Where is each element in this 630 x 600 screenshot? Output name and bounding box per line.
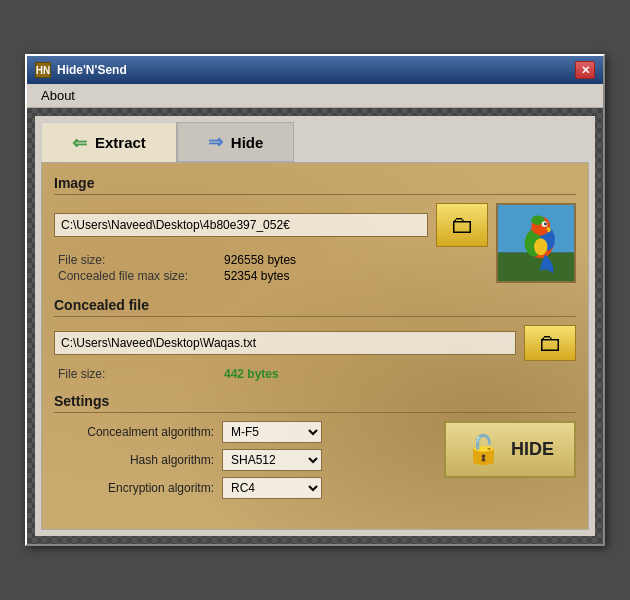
- main-panel: Image 🗀 File size:: [41, 162, 589, 530]
- concealed-max-value: 52354 bytes: [224, 269, 289, 283]
- image-folder-button[interactable]: 🗀: [436, 203, 488, 247]
- settings-left: Concealment algorithm: M-F5 LSB DCT Hash…: [54, 421, 428, 505]
- svg-point-6: [534, 238, 547, 255]
- concealed-file-input[interactable]: [54, 331, 516, 355]
- svg-point-10: [544, 223, 547, 226]
- tab-hide[interactable]: ⇒ Hide: [177, 122, 295, 162]
- parrot-image: [498, 205, 574, 281]
- lock-icon: 🔓: [466, 433, 501, 466]
- extract-arrow-icon: ⇐: [72, 132, 87, 154]
- concealed-max-label: Concealed file max size:: [58, 269, 208, 283]
- concealed-folder-button[interactable]: 🗀: [524, 325, 576, 361]
- concealed-section: Concealed file 🗀 File size: 442 bytes: [54, 297, 576, 381]
- window-title: Hide'N'Send: [57, 63, 127, 77]
- menu-about[interactable]: About: [35, 86, 81, 105]
- encryption-label: Encryption algoritm:: [54, 481, 214, 495]
- hash-label: Hash algorithm:: [54, 453, 214, 467]
- title-bar-left: HN Hide'N'Send: [35, 62, 127, 78]
- file-size-label: File size:: [58, 253, 208, 267]
- settings-section-title: Settings: [54, 393, 576, 413]
- hash-row: Hash algorithm: SHA512 SHA256 MD5: [54, 449, 428, 471]
- content-outer: ⇐ Extract ⇒ Hide Image: [27, 108, 603, 544]
- app-icon: HN: [35, 62, 51, 78]
- hide-button-label: HIDE: [511, 439, 554, 460]
- encryption-select[interactable]: RC4 AES DES: [222, 477, 322, 499]
- concealed-size-label: File size:: [58, 367, 208, 381]
- tab-extract-label: Extract: [95, 134, 146, 151]
- encryption-row: Encryption algoritm: RC4 AES DES: [54, 477, 428, 499]
- content-inner: ⇐ Extract ⇒ Hide Image: [35, 116, 595, 536]
- image-file-row: 🗀: [54, 203, 488, 247]
- file-size-row: File size: 926558 bytes: [58, 253, 488, 267]
- concealment-select[interactable]: M-F5 LSB DCT: [222, 421, 322, 443]
- image-section-title: Image: [54, 175, 576, 195]
- concealed-section-title: Concealed file: [54, 297, 576, 317]
- concealed-file-row: 🗀: [54, 325, 576, 361]
- hash-select[interactable]: SHA512 SHA256 MD5: [222, 449, 322, 471]
- hide-button[interactable]: 🔓 HIDE: [444, 421, 576, 478]
- tab-bar: ⇐ Extract ⇒ Hide: [41, 122, 589, 162]
- menu-bar: About: [27, 84, 603, 108]
- image-section: Image 🗀 File size:: [54, 175, 576, 285]
- tab-hide-label: Hide: [231, 134, 264, 151]
- concealment-label: Concealment algorithm:: [54, 425, 214, 439]
- concealed-max-row: Concealed file max size: 52354 bytes: [58, 269, 488, 283]
- close-button[interactable]: ✕: [575, 61, 595, 79]
- concealed-folder-icon: 🗀: [538, 329, 562, 357]
- tab-extract[interactable]: ⇐ Extract: [41, 122, 177, 162]
- concealed-size-row: File size: 442 bytes: [58, 367, 576, 381]
- settings-grid: Concealment algorithm: M-F5 LSB DCT Hash…: [54, 421, 576, 505]
- settings-section: Settings Concealment algorithm: M-F5 LSB…: [54, 393, 576, 505]
- main-window: HN Hide'N'Send ✕ About ⇐ Extract ⇒ Hide: [25, 54, 605, 546]
- image-file-input[interactable]: [54, 213, 428, 237]
- file-size-value: 926558 bytes: [224, 253, 296, 267]
- folder-icon: 🗀: [450, 211, 474, 239]
- hide-arrow-icon: ⇒: [208, 131, 223, 153]
- image-info: File size: 926558 bytes Concealed file m…: [58, 253, 488, 283]
- title-bar: HN Hide'N'Send ✕: [27, 56, 603, 84]
- concealment-row: Concealment algorithm: M-F5 LSB DCT: [54, 421, 428, 443]
- image-thumbnail: [496, 203, 576, 283]
- concealed-size-value: 442 bytes: [224, 367, 279, 381]
